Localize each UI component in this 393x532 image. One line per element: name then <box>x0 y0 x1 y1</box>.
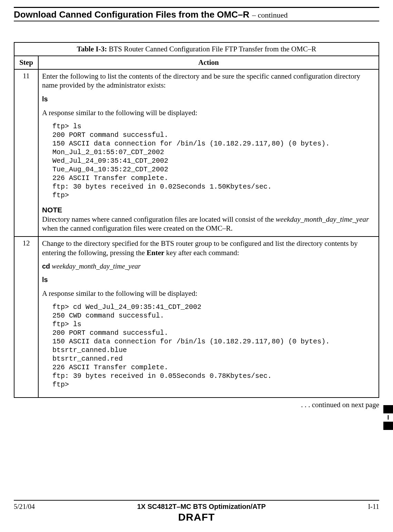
table-row: 12 Change to the directory specified for… <box>14 237 379 398</box>
action-cell: Enter the following to list the contents… <box>38 69 379 237</box>
side-tab-letter: I <box>383 413 393 422</box>
note-text-post: when the canned configuration files were… <box>42 224 233 232</box>
footer-date: 5/21/04 <box>14 503 35 511</box>
header-rule-bottom <box>14 21 379 21</box>
response-intro: A response similar to the following will… <box>42 289 375 298</box>
note-italic: weekday_month_day_time_year <box>276 215 369 223</box>
cmd-cd-name: cd <box>42 262 50 270</box>
instr-post: key after each command: <box>164 249 239 257</box>
instr-bold: Enter <box>147 249 164 257</box>
footer-row: 5/21/04 1X SC4812T–MC BTS Optimization/A… <box>14 503 379 511</box>
col-header-action: Action <box>38 56 379 69</box>
command-ls: ls <box>42 95 375 103</box>
page-title-main: Download Canned Configuration Files from… <box>14 9 249 20</box>
page-title-continued: – continued <box>252 11 288 20</box>
page-title: Download Canned Configuration Files from… <box>14 9 379 20</box>
cmd-cd-arg: weekday_month_day_time_year <box>50 262 141 270</box>
footer-page-number: I-11 <box>368 503 379 511</box>
side-tab-block-top <box>383 405 393 413</box>
table-row: 11 Enter the following to list the conte… <box>14 69 379 237</box>
note-text-pre: Directory names where canned configurati… <box>42 215 276 223</box>
table-title-text: BTS Router Canned Configuration File FTP… <box>107 45 316 53</box>
page-footer: 5/21/04 1X SC4812T–MC BTS Optimization/A… <box>14 500 379 523</box>
terminal-output: ftp> cd Wed_Jul_24_09:35:41_CDT_2002 250… <box>52 303 375 389</box>
footer-draft: DRAFT <box>14 511 379 523</box>
step-number: 12 <box>14 237 38 398</box>
table-title-label: Table I-3: <box>77 45 107 53</box>
header-rule-top <box>14 7 379 8</box>
instruction-text: Change to the directory specified for th… <box>42 239 375 257</box>
table-title-cell: Table I-3: BTS Router Canned Configurati… <box>14 42 379 56</box>
command-ls: ls <box>42 275 375 284</box>
note-body: Directory names where canned configurati… <box>42 215 375 233</box>
col-header-step: Step <box>14 56 38 69</box>
response-intro: A response similar to the following will… <box>42 108 375 117</box>
continued-label: . . . continued on next page <box>14 401 379 409</box>
footer-doc-title: 1X SC4812T–MC BTS Optimization/ATP <box>137 503 266 511</box>
terminal-output: ftp> ls 200 PORT command successful. 150… <box>52 122 375 200</box>
footer-rule <box>14 500 379 501</box>
side-tab: I <box>383 405 393 430</box>
action-cell: Change to the directory specified for th… <box>38 237 379 398</box>
instruction-text: Enter the following to list the contents… <box>42 72 375 90</box>
note-heading: NOTE <box>42 206 375 214</box>
side-tab-block-bottom <box>383 422 393 430</box>
command-cd: cd weekday_month_day_time_year <box>42 262 375 271</box>
procedure-table: Table I-3: BTS Router Canned Configurati… <box>14 42 379 398</box>
step-number: 11 <box>14 69 38 237</box>
